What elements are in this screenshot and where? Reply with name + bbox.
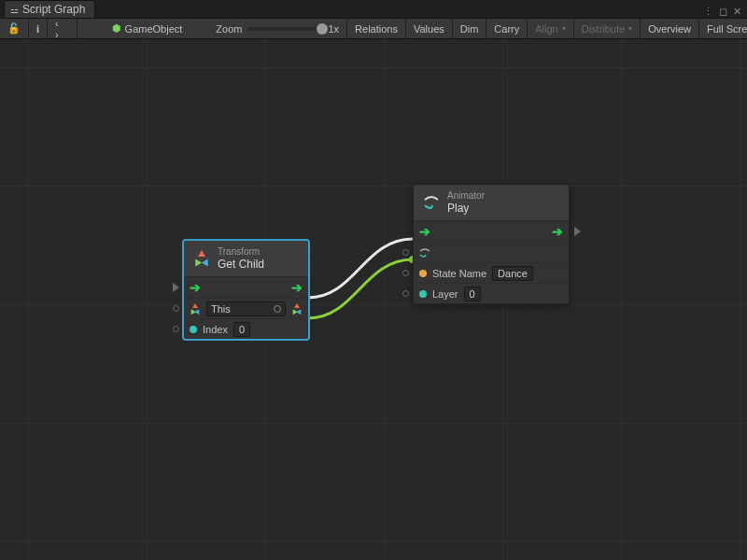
node-title: Get Child [218, 258, 264, 271]
distribute-dropdown[interactable]: Distribute▾ [573, 19, 640, 39]
transform-icon [190, 303, 201, 315]
zoom-label: Zoom [216, 23, 242, 35]
statename-in-port[interactable] [401, 269, 410, 278]
breadcrumb[interactable]: ⬢ GameObject [105, 22, 190, 35]
flow-row: ➔ ➔ [184, 277, 308, 298]
flow-in-port[interactable] [171, 283, 180, 292]
layer-in-port[interactable] [401, 289, 410, 299]
zoom-value: 1x [328, 23, 339, 35]
target-row [414, 242, 569, 262]
target-row: This [184, 298, 308, 318]
statename-field[interactable]: Dance [492, 266, 533, 281]
tab-bar: ⚍ Script Graph ⋮ ◻ ✕ [0, 0, 747, 19]
overview-button[interactable]: Overview [640, 19, 698, 39]
close-icon[interactable]: ✕ [733, 6, 741, 18]
align-dropdown[interactable]: Align▾ [527, 19, 572, 39]
info-icon: i [36, 23, 39, 35]
transform-icon [193, 250, 210, 267]
string-type-icon [419, 270, 427, 277]
layer-label: Layer [432, 288, 458, 300]
fullscreen-button[interactable]: Full Screen [698, 19, 747, 39]
graph-type-button[interactable]: ‹ › [48, 19, 78, 39]
layer-field[interactable]: 0 [464, 287, 481, 301]
target-in-port[interactable] [401, 248, 410, 258]
gameobject-icon: ⬢ [112, 22, 121, 35]
zoom-slider[interactable] [247, 27, 322, 31]
object-picker-icon[interactable] [274, 305, 281, 313]
node-header[interactable]: Animator Play [414, 185, 569, 221]
animator-type-icon [419, 247, 430, 259]
node-header[interactable]: Transform Get Child [184, 241, 308, 277]
lock-icon: 🔓 [7, 22, 21, 35]
flow-arrow-icon: ➔ [552, 225, 563, 238]
animator-icon [423, 194, 440, 211]
node-title: Play [447, 202, 485, 215]
flow-arrow-icon: ➔ [291, 281, 303, 294]
target-value: This [211, 303, 231, 315]
carry-button[interactable]: Carry [486, 19, 527, 39]
values-button[interactable]: Values [405, 19, 452, 39]
int-type-icon [419, 290, 427, 298]
transform-icon [291, 303, 303, 315]
node-get-child[interactable]: Transform Get Child ➔ ➔ This [183, 240, 309, 340]
layer-row: Layer 0 [414, 283, 569, 303]
index-row: Index 0 [184, 318, 308, 339]
target-field[interactable]: This [206, 301, 286, 316]
index-label: Index [203, 324, 228, 335]
flow-arrow-icon: ➔ [419, 225, 430, 238]
flow-arrow-icon: ➔ [190, 281, 201, 294]
flow-out-port[interactable] [572, 227, 582, 236]
tab-script-graph[interactable]: ⚍ Script Graph [4, 0, 95, 18]
node-animator-play[interactable]: Animator Play ➔ ➔ [413, 184, 570, 304]
window-controls: ⋮ ◻ ✕ [698, 6, 747, 18]
zoom-control[interactable]: Zoom 1x [208, 23, 346, 35]
relations-button[interactable]: Relations [346, 19, 405, 39]
info-button[interactable]: i [29, 19, 48, 39]
lock-button[interactable]: 🔓 [0, 19, 29, 39]
maximize-icon[interactable]: ◻ [719, 6, 727, 18]
node-category: Animator [447, 190, 485, 202]
breadcrumb-label: GameObject [125, 23, 183, 35]
statename-label: State Name [432, 268, 486, 279]
int-type-icon [190, 326, 197, 333]
index-field[interactable]: 0 [233, 322, 250, 337]
kebab-icon[interactable]: ⋮ [703, 6, 713, 18]
target-in-port[interactable] [171, 304, 180, 314]
toolbar: 🔓 i ‹ › ⬢ GameObject Zoom 1x Relations V… [0, 19, 747, 39]
chevron-down-icon: ▾ [628, 24, 632, 33]
tab-title: Script Graph [22, 3, 85, 16]
index-in-port[interactable] [171, 325, 180, 334]
graph-canvas[interactable]: Transform Get Child ➔ ➔ This [0, 39, 747, 560]
node-category: Transform [218, 246, 264, 258]
dim-button[interactable]: Dim [452, 19, 486, 39]
flow-row: ➔ ➔ [414, 221, 569, 242]
statename-row: State Name Dance [414, 262, 569, 283]
hierarchy-icon: ⚍ [10, 5, 19, 15]
connection-edges [0, 39, 747, 560]
chevron-down-icon: ▾ [562, 24, 566, 33]
